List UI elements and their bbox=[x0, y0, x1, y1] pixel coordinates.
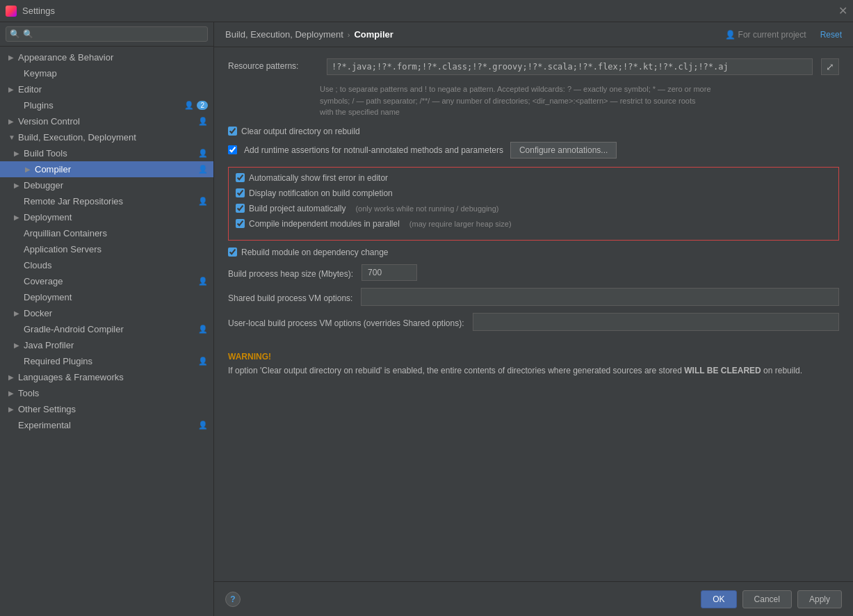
compile-parallel-checkbox[interactable] bbox=[236, 219, 245, 228]
sidebar-item-languages[interactable]: ▶ Languages & Frameworks bbox=[0, 369, 213, 385]
content-area: Build, Execution, Deployment › Compiler … bbox=[214, 22, 853, 616]
plugins-badge: 2 bbox=[197, 101, 208, 110]
sidebar-item-label: Deployment bbox=[24, 292, 208, 302]
sidebar-item-version-control[interactable]: ▶ Version Control 👤 bbox=[0, 113, 213, 129]
breadcrumb: Build, Execution, Deployment › Compiler bbox=[225, 29, 714, 40]
arrow-icon: ▶ bbox=[14, 213, 21, 221]
arrow-icon: ▶ bbox=[25, 165, 32, 173]
warning-text: If option 'Clear output directory on reb… bbox=[228, 364, 839, 377]
sidebar-item-editor[interactable]: ▶ Editor bbox=[0, 81, 213, 97]
sidebar-item-deployment[interactable]: ▶ Deployment bbox=[0, 209, 213, 225]
rebuild-module-checkbox[interactable] bbox=[228, 248, 237, 257]
add-runtime-checkbox[interactable] bbox=[228, 145, 237, 154]
warning-bold: WILL BE CLEARED bbox=[684, 366, 761, 375]
sidebar-item-label: Coverage bbox=[24, 276, 195, 286]
arrow-icon: ▶ bbox=[14, 181, 21, 189]
cancel-button[interactable]: Cancel bbox=[742, 590, 792, 608]
ok-button[interactable]: OK bbox=[701, 590, 736, 608]
search-input[interactable] bbox=[6, 26, 208, 42]
shared-vm-label: Shared build process VM options: bbox=[228, 291, 352, 303]
sidebar-item-label: Debugger bbox=[24, 180, 208, 191]
sidebar-items: ▶ Appearance & Behavior Keymap ▶ Editor … bbox=[0, 47, 213, 616]
sidebar-item-coverage[interactable]: Coverage 👤 bbox=[0, 273, 213, 289]
sidebar-item-other-settings[interactable]: ▶ Other Settings bbox=[0, 401, 213, 417]
shared-vm-row: Shared build process VM options: bbox=[228, 288, 839, 306]
heap-size-row: Build process heap size (Mbytes): bbox=[228, 264, 839, 281]
expand-button[interactable]: ⤢ bbox=[821, 58, 839, 75]
apply-button[interactable]: Apply bbox=[797, 590, 842, 608]
sidebar-item-deployment2[interactable]: Deployment bbox=[0, 289, 213, 305]
sidebar-item-required-plugins[interactable]: Required Plugins 👤 bbox=[0, 353, 213, 369]
build-auto-checkbox[interactable] bbox=[236, 204, 245, 213]
clear-output-label: Clear output directory on rebuild bbox=[241, 127, 360, 136]
project-badge-label: For current project bbox=[738, 30, 806, 40]
compile-parallel-label: Compile independent modules in parallel bbox=[249, 219, 400, 229]
heap-size-label: Build process heap size (Mbytes): bbox=[228, 266, 353, 279]
person-icon: 👤 bbox=[725, 30, 736, 40]
person-icon: 👤 bbox=[198, 197, 208, 206]
compile-parallel-note: (may require larger heap size) bbox=[409, 220, 512, 228]
rebuild-module-row: Rebuild module on dependency change bbox=[228, 248, 839, 257]
breadcrumb-separator: › bbox=[348, 31, 350, 39]
sidebar-item-build-exec[interactable]: ▼ Build, Execution, Deployment bbox=[0, 129, 213, 145]
arrow-icon: ▶ bbox=[8, 373, 15, 381]
person-icon: 👤 bbox=[198, 325, 208, 334]
title-bar-left: Settings bbox=[6, 6, 55, 17]
display-notification-row: Display notification on build completion bbox=[236, 188, 831, 198]
compile-parallel-row: Compile independent modules in parallel … bbox=[236, 219, 831, 229]
sidebar-item-label: Other Settings bbox=[18, 404, 208, 414]
sidebar-item-java-profiler[interactable]: ▶ Java Profiler bbox=[0, 337, 213, 353]
close-button[interactable]: ✕ bbox=[838, 6, 847, 17]
footer-left: ? bbox=[225, 592, 241, 607]
sidebar-item-build-tools[interactable]: ▶ Build Tools 👤 bbox=[0, 145, 213, 161]
sidebar-item-label: Editor bbox=[18, 84, 208, 95]
sidebar-item-clouds[interactable]: Clouds bbox=[0, 257, 213, 273]
sidebar-item-docker[interactable]: ▶ Docker bbox=[0, 305, 213, 321]
reset-button[interactable]: Reset bbox=[820, 30, 842, 40]
resource-patterns-label: Resource patterns: bbox=[228, 58, 318, 71]
sidebar-item-plugins[interactable]: Plugins 👤 2 bbox=[0, 97, 213, 113]
sidebar-item-keymap[interactable]: Keymap bbox=[0, 65, 213, 81]
sidebar-item-tools[interactable]: ▶ Tools bbox=[0, 385, 213, 401]
sidebar-item-appearance[interactable]: ▶ Appearance & Behavior bbox=[0, 49, 213, 65]
help-button[interactable]: ? bbox=[225, 592, 241, 607]
clear-output-checkbox[interactable] bbox=[228, 127, 237, 136]
sidebar-item-label: Build Tools bbox=[24, 148, 195, 159]
auto-show-error-label: Automatically show first error in editor bbox=[249, 173, 388, 183]
sidebar-item-compiler[interactable]: ▶ Compiler 👤 bbox=[0, 161, 213, 177]
sidebar-item-label: Compiler bbox=[35, 164, 195, 175]
person-icon: 👤 bbox=[198, 357, 208, 366]
sidebar-item-label: Experimental bbox=[18, 420, 195, 430]
warning-title: WARNING! bbox=[228, 352, 839, 362]
sidebar-item-debugger[interactable]: ▶ Debugger bbox=[0, 177, 213, 193]
sidebar-item-experimental[interactable]: Experimental 👤 bbox=[0, 417, 213, 433]
sidebar: 🔍 ▶ Appearance & Behavior Keymap ▶ Edito… bbox=[0, 22, 214, 616]
sidebar-item-app-servers[interactable]: Application Servers bbox=[0, 241, 213, 257]
search-box: 🔍 bbox=[0, 22, 213, 47]
heap-size-input[interactable] bbox=[361, 264, 417, 281]
person-icon: 👤 bbox=[184, 101, 194, 110]
resource-hint-text: Use ; to separate patterns and ! to nega… bbox=[320, 83, 839, 118]
arrow-icon: ▶ bbox=[8, 389, 15, 397]
user-local-vm-label: User-local build process VM options (ove… bbox=[228, 316, 464, 328]
display-notification-checkbox[interactable] bbox=[236, 188, 245, 197]
shared-vm-input[interactable] bbox=[361, 288, 839, 306]
auto-show-error-checkbox[interactable] bbox=[236, 173, 245, 182]
app-icon bbox=[6, 6, 17, 17]
user-local-vm-input[interactable] bbox=[473, 313, 840, 331]
resource-patterns-input[interactable] bbox=[327, 58, 813, 75]
sidebar-item-gradle-android[interactable]: Gradle-Android Compiler 👤 bbox=[0, 321, 213, 337]
sidebar-item-label: Appearance & Behavior bbox=[18, 52, 208, 63]
sidebar-item-label: Keymap bbox=[24, 68, 208, 79]
clear-output-row: Clear output directory on rebuild bbox=[228, 127, 839, 136]
sidebar-item-label: Languages & Frameworks bbox=[18, 372, 208, 382]
configure-annotations-button[interactable]: Configure annotations... bbox=[510, 142, 617, 159]
arrow-icon: ▶ bbox=[8, 86, 15, 93]
sidebar-item-label: Tools bbox=[18, 388, 208, 398]
sidebar-item-arquillian[interactable]: Arquillian Containers bbox=[0, 225, 213, 241]
arrow-icon: ▼ bbox=[8, 133, 15, 141]
footer-right: OK Cancel Apply bbox=[701, 590, 842, 608]
sidebar-item-remote-jar[interactable]: Remote Jar Repositories 👤 bbox=[0, 193, 213, 209]
resource-patterns-row: Resource patterns: ⤢ bbox=[228, 58, 839, 75]
warning-section: WARNING! If option 'Clear output directo… bbox=[228, 345, 839, 384]
